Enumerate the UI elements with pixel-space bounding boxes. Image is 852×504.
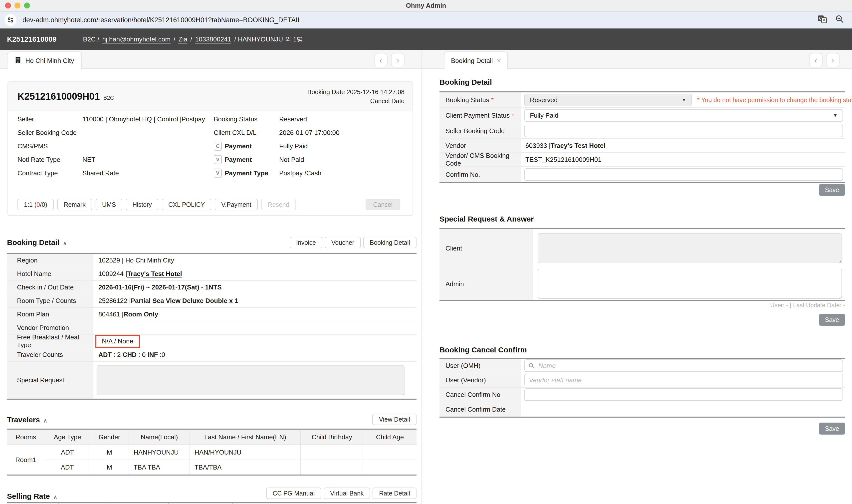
booking-number: K25121610009H01 [17, 91, 100, 102]
translate-icon[interactable]: GA [818, 14, 827, 26]
svg-text:A: A [823, 18, 826, 22]
table-row: Seller Booking Code [439, 123, 845, 139]
booking-date: Booking Date 2025-12-16 14:27:08 [307, 88, 404, 95]
meal-type-highlight: N/A / None [95, 335, 140, 348]
table-row: Admin [439, 268, 845, 300]
cxl-policy-button[interactable]: CXL POLICY [162, 199, 211, 210]
client-request-textarea[interactable] [538, 233, 842, 263]
admin-answer-textarea[interactable] [538, 269, 842, 299]
site-settings-icon[interactable] [4, 14, 17, 26]
travelers-header-row: Rooms Age Type Gender Name(Local) Last N… [7, 429, 417, 445]
qna-button[interactable]: 1:1 (0/0) [17, 199, 54, 210]
table-row: Traveler Counts ADT : 2 CHD : 0 INF :0 [7, 348, 417, 362]
table-row: Region 102529 | Ho Chi Minh City [7, 254, 417, 267]
table-row: Free Breakfast / Meal Type N/A / None [7, 335, 417, 348]
user-vendor-input[interactable] [524, 374, 843, 386]
booking-detail-buttons: Invoice Voucher Booking Detail [7, 237, 417, 248]
booking-status-select[interactable]: Reserved▼ [524, 94, 692, 106]
seller-booking-code-input[interactable] [524, 125, 843, 137]
save-button[interactable]: Save [819, 422, 845, 435]
field-row: Seller 110000 | Ohmyhotel HQ | Control |… [8, 112, 413, 126]
table-row: Vendor/ CMS Booking Code TEST_K251216100… [439, 153, 845, 167]
cancel-date: Cancel Date [370, 97, 404, 104]
prev-tab-button[interactable]: ‹ [374, 53, 387, 68]
table-row: Room Type / Counts 25286122 | Partial Se… [7, 294, 417, 308]
app-window: Ohmy Admin dev-adm.ohmyhotel.com/reserva… [0, 0, 852, 504]
traveler-row: Room1 ADT M HANHYOUNJU HAN/HYOUNJU [7, 445, 417, 460]
hotel-name-link[interactable]: Tracy's Test Hotel [127, 270, 182, 278]
table-row: Vendor 603933 | Tracy's Test Hotel [439, 139, 845, 153]
table-row: Room Plan 804461 | Room Only [7, 308, 417, 321]
table-row: User (OMH) [439, 359, 845, 373]
booking-detail-table: Region 102529 | Ho Chi Minh City Hotel N… [7, 253, 417, 400]
table-row: Client Payment Status* Fully Paid▼ [439, 108, 845, 123]
field-row: Noti Rate Type NET VPayment Not Paid [8, 153, 413, 166]
zoom-out-icon[interactable] [835, 15, 844, 25]
booking-cancel-confirm-title: Booking Cancel Confirm [439, 346, 527, 354]
next-tab-button[interactable]: › [391, 53, 404, 68]
right-panel-tab-nav: ‹ › [809, 53, 839, 68]
save-button[interactable]: Save [819, 184, 845, 196]
close-icon[interactable]: × [497, 57, 501, 65]
vendor-badge: V [214, 168, 222, 178]
special-request-textarea[interactable] [97, 365, 404, 395]
cancel-confirm-no-input[interactable] [524, 389, 843, 401]
user-omh-input[interactable] [524, 359, 843, 372]
building-icon [15, 56, 21, 65]
rate-detail-button[interactable]: Rate Detail [373, 487, 417, 499]
user-email-link[interactable]: hj.han@ohmyhotel.com [102, 35, 170, 43]
travelers-table: Rooms Age Type Gender Name(Local) Last N… [7, 429, 417, 475]
user-phone-link[interactable]: 1033800241 [195, 35, 232, 43]
window-title: Ohmy Admin [0, 0, 852, 11]
left-panel-tab-nav: ‹ › [374, 53, 404, 68]
browser-urlbar: dev-adm.ohmyhotel.com/reservation/hotel/… [0, 12, 852, 29]
right-booking-detail-table: Booking Status* Reserved▼ * You do not h… [439, 91, 845, 183]
channel-badge: B2C [103, 95, 114, 101]
separator: / [174, 35, 175, 43]
channel-label: B2C / [83, 35, 99, 43]
invoice-button[interactable]: Invoice [290, 237, 322, 248]
history-button[interactable]: History [126, 199, 158, 210]
ums-button[interactable]: UMS [96, 199, 123, 210]
booking-detail-button[interactable]: Booking Detail [363, 237, 417, 248]
panel-divider [421, 50, 422, 504]
booking-summary-fields: Seller 110000 | Ohmyhotel HQ | Control |… [8, 112, 413, 180]
field-row: Seller Booking Code Client CXL D/L 2026-… [8, 126, 413, 139]
user-name-link[interactable]: Zia [178, 35, 187, 43]
field-row: Contract Type Shared Rate VPayment Type … [8, 166, 413, 180]
v-payment-button[interactable]: V.Payment [215, 199, 258, 210]
table-row: Vendor Promotion [7, 321, 417, 335]
voucher-button[interactable]: Voucher [325, 237, 361, 248]
cc-pg-manual-button[interactable]: CC PG Manual [266, 487, 321, 499]
cancel-confirm-date-value [521, 402, 845, 417]
room-cell: Room1 [7, 445, 45, 475]
tab-label: Booking Detail [451, 57, 493, 65]
view-detail-button[interactable]: View Detail [372, 414, 417, 425]
table-row: Hotel Name 1009244 | Tracy's Test Hotel [7, 267, 417, 281]
chevron-down-icon: ▼ [682, 97, 686, 103]
booking-actions: 1:1 (0/0) Remark UMS History CXL POLICY … [17, 199, 296, 210]
selling-rate-table-edge [7, 502, 417, 504]
booking-card-header: K25121610009H01 B2C Booking Date 2025-12… [8, 82, 413, 111]
virtual-bank-button[interactable]: Virtual Bank [324, 487, 370, 499]
cancel-button[interactable]: Cancel [366, 199, 400, 210]
remark-button[interactable]: Remark [57, 199, 92, 210]
tab-booking-detail[interactable]: Booking Detail × [444, 51, 508, 69]
tab-label: Ho Chi Minh City [25, 57, 74, 65]
client-badge: C [214, 142, 222, 150]
next-tab-button[interactable]: › [826, 53, 839, 68]
reservation-header-bar: K25121610009 B2C / hj.han@ohmyhotel.com … [0, 29, 852, 50]
save-button[interactable]: Save [819, 314, 845, 326]
confirm-no-input[interactable] [524, 168, 843, 181]
table-row: Special Request [7, 362, 417, 399]
table-row: Check in / Out Date 2026-01-16(Fri) ~ 20… [7, 281, 417, 294]
resend-button[interactable]: Resend [261, 199, 296, 210]
url-input[interactable]: dev-adm.ohmyhotel.com/reservation/hotel/… [22, 16, 302, 24]
tab-ho-chi-minh-city[interactable]: Ho Chi Minh City [7, 51, 82, 69]
separator: / [190, 35, 192, 43]
table-row: Cancel Confirm No [439, 388, 845, 402]
client-payment-status-select[interactable]: Fully Paid▼ [524, 109, 843, 122]
prev-tab-button[interactable]: ‹ [809, 53, 822, 68]
table-row: Booking Status* Reserved▼ * You do not h… [439, 92, 845, 108]
right-booking-detail-title: Booking Detail [439, 78, 492, 86]
